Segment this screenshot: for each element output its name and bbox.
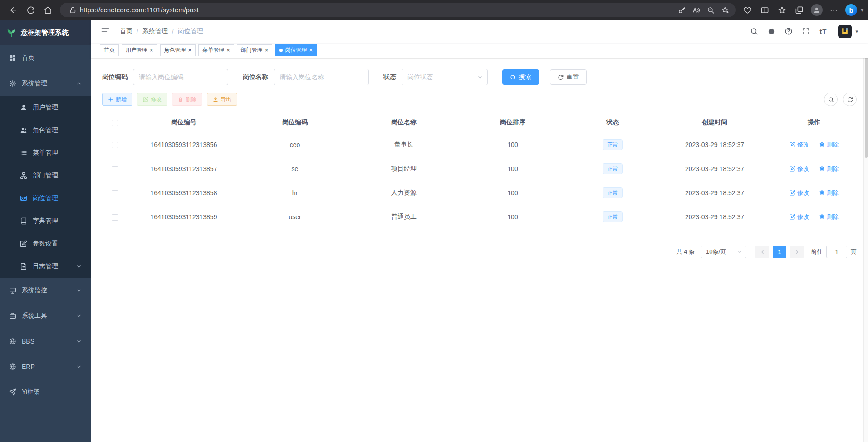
search-button[interactable]: 搜索 — [502, 69, 539, 85]
chevron-down-icon — [737, 250, 742, 255]
tab-label: 首页 — [104, 46, 115, 54]
sidebar-item-param-settings[interactable]: 参数设置 — [0, 232, 91, 255]
sidebar-item-bbs[interactable]: BBS — [0, 329, 91, 354]
refresh-button[interactable] — [22, 2, 39, 18]
row-checkbox[interactable] — [112, 190, 118, 196]
edit-button[interactable]: 修改 — [137, 93, 167, 106]
post-code-input[interactable] — [133, 69, 228, 85]
user-menu-caret-icon[interactable]: ▾ — [855, 29, 858, 34]
status-badge: 正常 — [603, 139, 623, 150]
close-icon[interactable]: × — [150, 47, 153, 53]
export-button[interactable]: 导出 — [207, 93, 237, 106]
star-plus-icon — [721, 6, 729, 14]
cell-post-code: ceo — [240, 133, 349, 157]
help-button[interactable] — [782, 25, 795, 38]
collections-button[interactable] — [791, 2, 808, 18]
row-delete-button[interactable]: 删除 — [819, 165, 839, 173]
row-delete-button[interactable]: 删除 — [819, 141, 839, 149]
tab-post-mgmt[interactable]: 岗位管理 × — [275, 44, 317, 56]
app-logo: 意框架管理系统 — [0, 20, 91, 45]
cell-post-name: 普通员工 — [349, 205, 458, 229]
reset-button[interactable]: 重置 — [550, 69, 587, 85]
row-edit-button[interactable]: 修改 — [790, 189, 809, 197]
add-favorite-button[interactable] — [718, 4, 733, 16]
profile-button[interactable] — [808, 2, 825, 18]
sidebar-item-yi-framework[interactable]: Yi框架 — [0, 379, 91, 405]
tab-menu-mgmt[interactable]: 菜单管理 × — [198, 44, 234, 56]
header-search-button[interactable] — [747, 25, 761, 38]
row-edit-button[interactable]: 修改 — [790, 165, 809, 173]
page-number-button[interactable]: 1 — [773, 246, 786, 258]
close-icon[interactable]: × — [226, 47, 230, 53]
delete-button[interactable]: 删除 — [172, 93, 202, 106]
sidebar-item-system[interactable]: 系统管理 — [0, 71, 91, 96]
row-checkbox[interactable] — [112, 142, 118, 148]
home-button[interactable] — [39, 2, 56, 18]
prev-page-button[interactable] — [755, 246, 769, 258]
back-button[interactable] — [5, 2, 22, 18]
sidebar-item-user-mgmt[interactable]: 用户管理 — [0, 96, 91, 119]
sidebar-item-log-mgmt[interactable]: 日志管理 — [0, 255, 91, 278]
close-icon[interactable]: × — [309, 47, 313, 53]
favorites-button[interactable] — [774, 2, 791, 18]
row-delete-button[interactable]: 删除 — [819, 189, 839, 197]
post-name-input[interactable] — [274, 69, 369, 85]
sidebar-item-label: 参数设置 — [33, 240, 58, 248]
user-avatar[interactable] — [838, 25, 852, 38]
scrollbar[interactable] — [863, 20, 868, 442]
tab-dept-mgmt[interactable]: 部门管理 × — [237, 44, 273, 56]
page-size-select[interactable]: 10条/页 — [701, 246, 746, 258]
row-edit-button[interactable]: 修改 — [790, 213, 809, 221]
sidebar-item-dept-mgmt[interactable]: 部门管理 — [0, 164, 91, 187]
font-size-button[interactable]: tT — [816, 25, 830, 38]
book-icon — [20, 217, 27, 225]
copilot-button[interactable]: b — [843, 2, 860, 18]
browser-menu-button[interactable] — [825, 2, 843, 18]
tab-role-mgmt[interactable]: 角色管理 × — [160, 44, 196, 56]
edit-icon — [143, 97, 148, 102]
zoom-out-button[interactable] — [704, 4, 718, 16]
close-icon[interactable]: × — [265, 47, 269, 53]
fullscreen-button[interactable] — [799, 25, 813, 38]
row-delete-button[interactable]: 删除 — [819, 213, 839, 221]
breadcrumb-system[interactable]: 系统管理 — [142, 27, 168, 35]
chevron-down-icon — [76, 364, 82, 369]
sidebar-item-post-mgmt[interactable]: 岗位管理 — [0, 187, 91, 210]
read-aloud-button[interactable] — [689, 4, 704, 16]
add-button[interactable]: 新增 — [102, 93, 132, 106]
row-checkbox[interactable] — [112, 214, 118, 221]
bing-copilot-icon: b — [845, 4, 857, 16]
split-screen-button[interactable] — [756, 2, 774, 18]
site-security-button[interactable] — [65, 4, 80, 16]
chevron-down-icon[interactable]: ▾ — [861, 7, 863, 13]
saved-passwords-button[interactable] — [675, 4, 689, 16]
status-badge: 正常 — [603, 163, 623, 174]
row-checkbox[interactable] — [112, 166, 118, 172]
tab-home[interactable]: 首页 — [100, 44, 119, 56]
sidebar-item-home[interactable]: 首页 — [0, 45, 91, 71]
sidebar-item-erp[interactable]: ERP — [0, 354, 91, 379]
sidebar-item-monitor[interactable]: 系统监控 — [0, 278, 91, 303]
chevron-down-icon — [76, 313, 82, 319]
sidebar-item-tools[interactable]: 系统工具 — [0, 303, 91, 329]
next-page-button[interactable] — [790, 246, 804, 258]
address-bar[interactable]: https://ccnetcore.com:1101/system/post — [60, 3, 736, 17]
goto-page-input[interactable] — [826, 246, 847, 258]
close-icon[interactable]: × — [188, 47, 192, 53]
breadcrumb-home[interactable]: 首页 — [120, 27, 132, 35]
sidebar-item-menu-mgmt[interactable]: 菜单管理 — [0, 142, 91, 164]
sidebar-item-dict-mgmt[interactable]: 字典管理 — [0, 210, 91, 232]
cell-post-code: se — [240, 157, 349, 181]
url-text[interactable]: https://ccnetcore.com:1101/system/post — [80, 6, 675, 14]
toggle-search-button[interactable] — [824, 93, 838, 106]
row-edit-button[interactable]: 修改 — [790, 141, 809, 149]
select-all-checkbox[interactable] — [112, 120, 118, 126]
sidebar-item-role-mgmt[interactable]: 角色管理 — [0, 119, 91, 142]
tab-user-mgmt[interactable]: 用户管理 × — [122, 44, 157, 56]
refresh-table-button[interactable] — [843, 93, 857, 106]
status-select[interactable]: 岗位状态 — [402, 69, 488, 85]
browser-essentials-button[interactable] — [739, 2, 756, 18]
sidebar-toggle-button[interactable] — [97, 27, 113, 36]
leaf-logo-icon — [6, 28, 16, 38]
github-link-button[interactable] — [765, 25, 778, 38]
